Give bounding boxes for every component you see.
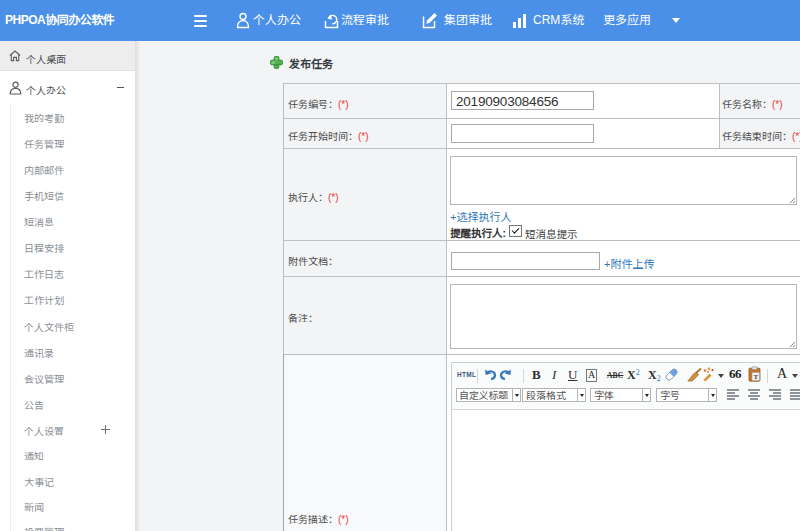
svg-text:T: T xyxy=(753,373,758,381)
